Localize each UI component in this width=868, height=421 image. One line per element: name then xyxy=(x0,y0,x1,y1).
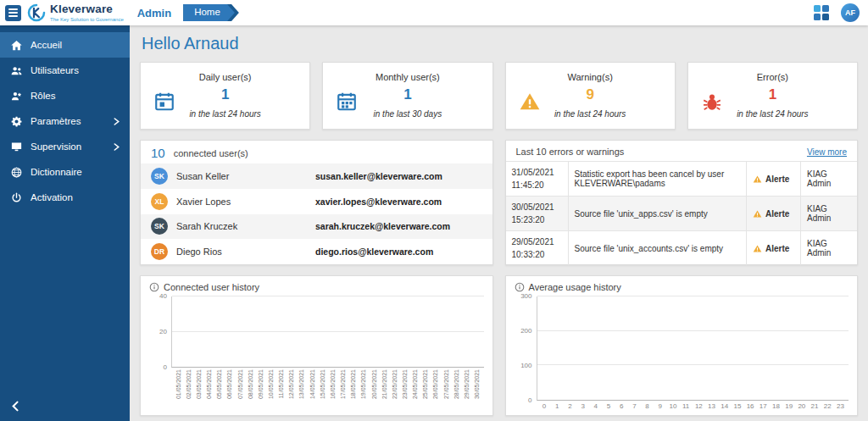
info-icon xyxy=(149,282,159,292)
x-axis-label: 15 xyxy=(731,402,743,412)
power-icon xyxy=(10,191,23,204)
error-source: KIAG Admin xyxy=(801,231,857,265)
stat-cards: Daily user(s) 1 in the last 24 hours Mon… xyxy=(140,62,858,130)
user-row[interactable]: XL Xavier Lopes xavier.lopes@kleverware.… xyxy=(141,189,492,214)
stat-card: Error(s) 1 in the last 24 hours xyxy=(687,62,858,130)
error-datetime: 30/05/2021 15:23:20 xyxy=(506,197,569,230)
errors-panel: Last 10 errors or warnings View more 31/… xyxy=(505,140,859,265)
user-row[interactable]: DR Diego Rios diego.rios@kleverware.com xyxy=(141,239,492,264)
x-axis-label: 15/05/2021 xyxy=(317,369,327,412)
error-date: 31/05/2021 xyxy=(512,166,562,179)
chart-area: 02040 01/05/202102/05/202103/05/202104/0… xyxy=(149,296,484,412)
sidebar-item[interactable]: Utilisateurs xyxy=(0,58,130,83)
y-axis-tick: 100 xyxy=(520,363,531,369)
x-axis-label: 5 xyxy=(602,402,615,412)
error-date: 30/05/2021 xyxy=(512,201,562,213)
stat-title: Warning(s) xyxy=(506,72,675,82)
x-axis-label: 21/05/2021 xyxy=(379,369,389,412)
sidebar-item[interactable]: Dictionnaire xyxy=(0,159,130,185)
x-axis-label: 16 xyxy=(744,402,757,412)
connected-users-panel: 10 connected user(s) SK Susan Keller sus… xyxy=(140,140,493,265)
stat-title: Error(s) xyxy=(688,72,857,82)
user-email: susan.keller@kleverware.com xyxy=(315,171,442,181)
sidebar-item[interactable]: Accueil xyxy=(0,32,130,58)
role-icon xyxy=(10,90,23,102)
x-axis-label: 03/05/2021 xyxy=(193,369,203,412)
view-more-link[interactable]: View more xyxy=(807,147,847,157)
stat-card: Daily user(s) 1 in the last 24 hours xyxy=(140,62,310,130)
chevron-right-icon xyxy=(114,143,120,151)
y-axis: 0100200300 xyxy=(515,296,537,401)
x-axis-label: 6 xyxy=(615,402,628,412)
x-axis-label: 01/05/2021 xyxy=(173,369,183,412)
grid-line xyxy=(537,330,849,331)
hamburger-icon xyxy=(5,5,21,21)
x-axis-label: 14 xyxy=(718,402,731,412)
warning-triangle-icon xyxy=(753,209,762,219)
x-axis-label: 1 xyxy=(551,402,564,412)
brand-tagline: The Key Solution to Governance xyxy=(50,17,124,22)
error-row[interactable]: 29/05/2021 10:33:20 Source file 'unix_ac… xyxy=(506,230,858,265)
x-axis-label: 19 xyxy=(782,402,795,412)
user-email: diego.rios@kleverware.com xyxy=(315,247,433,257)
x-axis-label: 12 xyxy=(693,402,705,412)
x-axis-label: 02/05/2021 xyxy=(183,369,193,412)
error-date: 29/05/2021 xyxy=(512,235,562,248)
sidebar-item[interactable]: Paramètres xyxy=(0,108,130,134)
x-axis-label: 20/05/2021 xyxy=(369,369,379,412)
menu-toggle-button[interactable] xyxy=(0,0,25,25)
sidebar-item[interactable]: Activation xyxy=(0,185,130,210)
x-axis-label: 23 xyxy=(834,402,847,412)
error-message: Source file 'unix_accounts.csv' is empty xyxy=(569,231,748,265)
warning-icon xyxy=(519,91,541,113)
grid-line xyxy=(172,331,484,332)
x-axis-label: 24/05/2021 xyxy=(410,369,420,412)
error-datetime: 29/05/2021 10:33:20 xyxy=(506,231,569,265)
info-icon xyxy=(515,282,525,292)
sidebar-item-label: Supervision xyxy=(31,141,81,152)
home-tab[interactable]: Home xyxy=(183,4,239,22)
user-initials-avatar: DR xyxy=(151,243,168,260)
user-avatar[interactable]: AF xyxy=(841,3,860,22)
chart-area: 0100200300 01234567891011121314151617181… xyxy=(515,296,849,412)
stat-title: Daily user(s) xyxy=(141,72,309,82)
x-axis-label: 19/05/2021 xyxy=(359,369,369,412)
sidebar-item[interactable]: Rôles xyxy=(0,83,130,108)
chevron-right-icon xyxy=(114,118,120,125)
x-axis-label: 11/05/2021 xyxy=(276,369,287,412)
chart-plot xyxy=(537,296,849,401)
x-axis-label: 30/05/2021 xyxy=(472,369,482,412)
user-email: sarah.kruczek@kleverware.com xyxy=(315,221,450,231)
x-axis-label: 22 xyxy=(821,402,834,412)
sidebar-collapse-button[interactable] xyxy=(10,400,21,415)
user-name: Xavier Lopes xyxy=(176,197,315,207)
connected-users-count: 10 xyxy=(151,146,165,160)
x-axis-label: 0 xyxy=(538,402,551,412)
y-axis-tick: 40 xyxy=(159,293,167,300)
monitor-icon xyxy=(10,141,23,153)
error-row[interactable]: 30/05/2021 15:23:20 Source file 'unix_ap… xyxy=(506,196,858,230)
x-axis-label: 29/05/2021 xyxy=(461,369,471,412)
y-axis: 02040 xyxy=(149,296,171,368)
sidebar-item-label: Activation xyxy=(31,192,73,202)
x-axis-label: 26/05/2021 xyxy=(431,369,441,412)
error-row[interactable]: 31/05/2021 11:45:20 Statistic export has… xyxy=(506,161,858,196)
y-axis-tick: 0 xyxy=(164,364,167,371)
x-axis-label: 13 xyxy=(705,402,718,412)
sidebar-item[interactable]: Supervision xyxy=(0,134,130,159)
grid-line xyxy=(537,296,849,296)
user-row[interactable]: SK Susan Keller susan.keller@kleverware.… xyxy=(141,163,492,189)
x-axis-label: 04/05/2021 xyxy=(203,369,214,412)
sidebar-item-label: Paramètres xyxy=(31,116,81,126)
apps-grid-icon[interactable] xyxy=(814,5,829,20)
grid-line xyxy=(537,364,849,365)
error-level: Alerte xyxy=(747,197,801,230)
warning-triangle-icon xyxy=(753,174,762,184)
y-axis-tick: 200 xyxy=(520,328,531,335)
x-axis-label: 10 xyxy=(666,402,679,412)
x-axis-label: 11 xyxy=(680,402,693,412)
errors-panel-title: Last 10 errors or warnings xyxy=(516,147,625,157)
user-email: xavier.lopes@kleverware.com xyxy=(315,197,442,207)
error-datetime: 31/05/2021 11:45:20 xyxy=(506,162,569,196)
user-row[interactable]: SK Sarah Kruczek sarah.kruczek@kleverwar… xyxy=(141,214,492,240)
